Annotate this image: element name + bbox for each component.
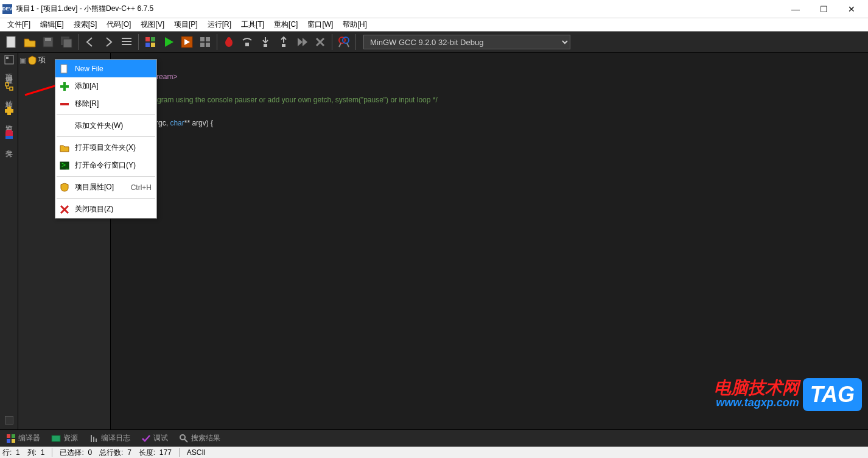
svg-rect-16 — [206, 43, 210, 47]
list-button[interactable] — [118, 33, 135, 51]
menu-help[interactable]: 帮助[H] — [338, 18, 371, 31]
svg-rect-27 — [6, 57, 9, 59]
context-remove[interactable]: 移除[R] — [55, 95, 156, 113]
rebuild-button[interactable] — [197, 33, 214, 51]
watermark-tag: TAG — [803, 378, 862, 411]
step-into-button[interactable] — [257, 33, 274, 51]
open-file-button[interactable] — [21, 33, 38, 51]
save-button[interactable] — [40, 33, 57, 51]
shield-icon — [59, 182, 70, 193]
tree-expand-icon[interactable]: ▣ — [19, 56, 26, 65]
debug-button[interactable] — [220, 33, 237, 51]
editor-area[interactable]: include <iostream> * run this program us… — [111, 53, 868, 429]
step-out-button[interactable] — [275, 33, 292, 51]
menu-search[interactable]: 搜索[S] — [69, 18, 102, 31]
menu-view[interactable]: 视图[V] — [136, 18, 169, 31]
context-add-folder[interactable]: 添加文件夹(W) — [55, 117, 156, 135]
status-encoding: ASCII — [187, 448, 206, 457]
app-icon: DEV — [2, 4, 12, 14]
svg-rect-21 — [282, 44, 285, 47]
context-menu: New File 添加[A] 移除[R] 添加文件夹(W) 打开项目文件夹(X)… — [55, 59, 157, 219]
new-file-button[interactable] — [3, 33, 20, 51]
svg-line-25 — [347, 43, 349, 47]
context-close-project[interactable]: 关闭项目(Z) — [55, 200, 156, 218]
menu-window[interactable]: 窗口[W] — [303, 18, 338, 31]
resources-icon — [51, 434, 61, 443]
menu-tools[interactable]: 工具[T] — [236, 18, 269, 31]
menu-bar: 文件[F] 编辑[E] 搜索[S] 代码[O] 视图[V] 项目[P] 运行[R… — [0, 18, 868, 32]
stop-debug-button[interactable] — [312, 33, 329, 51]
struct-tab-label[interactable]: 结构 — [4, 94, 14, 97]
watermark-cn: 电脑技术网 — [714, 379, 799, 396]
svg-rect-13 — [200, 37, 205, 41]
compiler-select[interactable]: MinGW GCC 9.2.0 32-bit Debug — [363, 35, 570, 49]
grid-button[interactable] — [142, 33, 159, 51]
svg-rect-40 — [7, 434, 10, 438]
svg-rect-34 — [61, 65, 67, 73]
context-open-terminal[interactable]: >_ 打开命令行窗口(Y) — [55, 157, 156, 174]
svg-rect-43 — [12, 439, 15, 443]
menu-project[interactable]: 项目[P] — [169, 18, 203, 31]
tab-debug[interactable]: 调试 — [139, 432, 170, 445]
svg-rect-7 — [122, 44, 131, 45]
svg-rect-47 — [96, 439, 97, 442]
svg-rect-10 — [145, 43, 150, 47]
close-button[interactable]: ✕ — [838, 0, 866, 18]
svg-rect-29 — [5, 109, 13, 113]
context-open-folder[interactable]: 打开项目文件夹(X) — [55, 139, 156, 157]
continue-button[interactable] — [293, 33, 310, 51]
tab-search-results[interactable]: 搜索结果 — [177, 432, 223, 445]
tab-compile-log[interactable]: 编译日志 — [86, 432, 133, 445]
menu-edit[interactable]: 编辑[E] — [35, 18, 69, 31]
menu-file[interactable]: 文件[F] — [2, 18, 35, 31]
svg-rect-0 — [7, 37, 15, 48]
compile-run-button[interactable] — [178, 33, 195, 51]
code-editor[interactable]: include <iostream> * run this program us… — [111, 53, 868, 141]
minus-icon — [59, 99, 70, 110]
find-button[interactable] — [335, 33, 352, 51]
tree-root-label: 项 — [38, 55, 46, 65]
maximize-button[interactable]: ☐ — [810, 0, 838, 18]
run-button[interactable] — [160, 33, 177, 51]
minimize-button[interactable]: — — [782, 0, 810, 18]
svg-line-24 — [339, 43, 341, 47]
svg-text:>_: >_ — [61, 161, 69, 169]
struct-tab-icon[interactable] — [4, 81, 15, 92]
context-add[interactable]: 添加[A] — [55, 77, 156, 95]
svg-rect-44 — [52, 435, 60, 442]
status-line: 行: 1 — [2, 448, 20, 458]
status-bar: 行: 1 列: 1 已选择: 0 总行数: 7 长度: 177 ASCII — [0, 446, 868, 458]
menu-code[interactable]: 代码[O] — [102, 18, 136, 31]
nav-forward-button[interactable] — [100, 33, 117, 51]
menu-refactor[interactable]: 重构[C] — [269, 18, 303, 31]
svg-rect-2 — [45, 38, 51, 41]
step-over-button[interactable] — [239, 33, 256, 51]
tab-compiler[interactable]: 编译器 — [4, 432, 43, 445]
watch-tab-label[interactable]: 监视 — [4, 119, 14, 121]
project-tab-icon[interactable] — [4, 54, 15, 65]
context-separator — [57, 176, 155, 177]
folder-icon — [59, 143, 70, 153]
status-selected: 已选择: 0 — [60, 448, 92, 458]
project-icon — [27, 55, 37, 65]
save-all-button[interactable] — [58, 33, 75, 51]
menu-run[interactable]: 运行[R] — [203, 18, 236, 31]
context-properties[interactable]: 项目属性[O] Ctrl+H — [55, 178, 156, 196]
context-new-file[interactable]: New File — [55, 60, 156, 77]
svg-line-49 — [184, 439, 187, 442]
nav-back-button[interactable] — [82, 33, 99, 51]
status-col: 列: 1 — [27, 448, 45, 458]
project-tab-label[interactable]: 项目管理 — [4, 68, 14, 72]
collapse-icon[interactable] — [4, 415, 15, 426]
svg-rect-8 — [145, 37, 150, 41]
bottom-tabs: 编译器 资源 编译日志 调试 搜索结果 — [0, 429, 868, 446]
tab-resources[interactable]: 资源 — [49, 432, 80, 445]
svg-rect-41 — [12, 434, 15, 438]
svg-rect-4 — [63, 39, 72, 48]
watch-tab-icon[interactable] — [4, 105, 15, 116]
files-tab-label[interactable]: 文件 — [4, 143, 14, 146]
svg-rect-15 — [200, 43, 205, 47]
file-icon — [59, 63, 70, 74]
files-tab-icon[interactable] — [4, 130, 15, 141]
plus-icon — [59, 81, 70, 92]
